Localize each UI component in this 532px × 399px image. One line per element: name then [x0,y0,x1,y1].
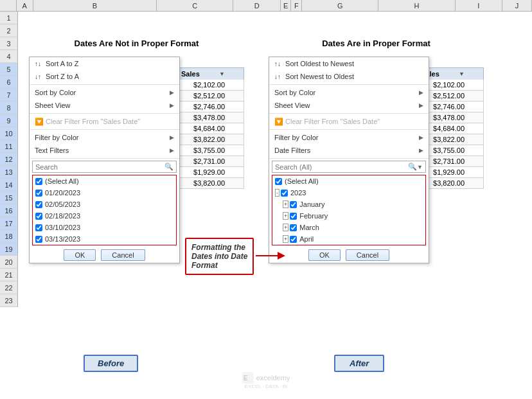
right-check-jan-box[interactable] [290,201,297,208]
right-checklist: (Select All) - 2023 + January + February… [272,175,426,245]
right-cancel-button[interactable]: Cancel [346,249,389,261]
watermark: E exceldemy EXCEL · DATA · BI [242,372,290,389]
right-search-box[interactable]: 🔍 ▼ [272,161,426,173]
check-select-all-box[interactable] [35,178,42,185]
right-ok-button[interactable]: OK [308,249,341,261]
check-date-4-box[interactable] [35,224,42,231]
right-sales-dropdown-arrow[interactable]: ▼ [459,71,465,77]
right-filter-color-label: Filter by Color [274,134,318,141]
left-dropdown-menu: ↑↓ Sort A to Z ↓↑ Sort Z to A Sort by Co… [29,57,180,263]
search-dropdown-icon: ▼ [417,164,423,170]
right-sort-color-arrow: ▶ [419,89,423,96]
right-menu-filter-color[interactable]: Filter by Color ▶ [269,131,429,144]
check-date-2-box[interactable] [35,201,42,208]
expand-mar-icon[interactable]: + [283,224,288,231]
left-menu-text-filters[interactable]: Text Filters ▶ [30,144,179,157]
right-check-apr-box[interactable] [290,236,297,243]
right-check-feb-box[interactable] [290,213,297,220]
row-7: 7 [0,89,18,102]
right-check-february[interactable]: + February [272,210,425,222]
row-18: 18 [0,230,18,243]
row-20: 20 [0,256,18,269]
left-search-box[interactable]: 🔍 [32,161,177,173]
filter-color-label: Filter by Color [35,134,78,141]
right-check-2023[interactable]: - 2023 [272,187,425,199]
sales-dropdown-arrow[interactable]: ▼ [219,71,225,77]
left-search-input[interactable] [35,163,164,171]
left-menu-sheet-view[interactable]: Sheet View ▶ [30,99,179,112]
right-check-select-all-box[interactable] [275,178,282,185]
left-search-icon: 🔍 [164,163,173,171]
filter-color-arrow: ▶ [170,134,174,141]
check-select-all[interactable]: (Select All) [33,175,176,187]
date-filters-label: Date Filters [274,146,310,154]
left-menu-sort-color[interactable]: Sort by Color ▶ [30,86,179,99]
check-date-5[interactable]: 03/13/2023 [33,233,176,245]
right-btn-row: OK Cancel [269,247,429,263]
left-ok-button[interactable]: OK [64,249,96,261]
right-check-may[interactable]: + May [272,245,425,245]
right-check-2023-box[interactable] [281,190,288,197]
right-check-mar-box[interactable] [290,224,297,231]
right-menu-divider-1 [269,84,429,85]
col-header-d: D [233,0,280,11]
col-header-g: G [302,0,378,11]
right-check-march[interactable]: + March [272,222,425,233]
sheet-view-label: Sheet View [35,102,70,109]
expand-feb-icon[interactable]: + [283,212,288,220]
left-menu-sort-az[interactable]: ↑↓ Sort A to Z [30,57,179,70]
check-date-6[interactable]: 03/20/2023 [33,245,176,245]
row-9: 9 [0,114,18,127]
check-date-4[interactable]: 03/10/2023 [33,222,176,233]
col-header-h: H [378,0,455,11]
right-menu-sheet-view[interactable]: Sheet View ▶ [269,99,429,112]
check-date-3-box[interactable] [35,213,42,220]
right-menu-sort-newest[interactable]: ↓↑ Sort Newest to Oldest [269,70,429,83]
row-numbers: 1 2 3 4 5 6 7 8 9 10 11 12 13 14 15 16 1… [0,12,18,307]
menu-divider-3 [30,129,179,130]
check-date-1-box[interactable] [35,190,42,197]
right-check-april[interactable]: + April [272,233,425,245]
right-menu-divider-4 [269,158,429,159]
left-cancel-button[interactable]: Cancel [101,249,145,261]
column-headers: A B C D E F G H I J [0,0,532,12]
right-menu-sort-oldest[interactable]: ↑↓ Sort Oldest to Newest [269,57,429,70]
before-label: Before [84,355,138,372]
expand-2023-icon[interactable]: - [275,189,279,197]
sort-az-icon: ↑↓ [35,60,41,67]
annotation-box: Formatting theDates into DateFormat [185,238,254,275]
check-date-1[interactable]: 01/20/2023 [33,187,176,199]
expand-jan-icon[interactable]: + [283,200,288,208]
exceldemy-logo: E [242,372,254,384]
right-menu-sort-color[interactable]: Sort by Color ▶ [269,86,429,99]
right-check-select-all[interactable]: (Select All) [272,175,425,187]
row-1: 1 [0,12,18,24]
check-date-3[interactable]: 02/18/2023 [33,210,176,222]
right-search-input[interactable] [275,163,408,171]
annotation-text: Formatting theDates into DateFormat [191,243,247,270]
row-15: 15 [0,191,18,204]
expand-apr-icon[interactable]: + [283,235,288,243]
row-13: 13 [0,166,18,179]
col-header-j: J [502,0,532,11]
row-19: 19 [0,243,18,256]
row-10: 10 [0,127,18,140]
left-menu-sort-za[interactable]: ↓↑ Sort Z to A [30,70,179,83]
right-menu-divider-2 [269,113,429,114]
menu-divider-1 [30,84,179,85]
right-menu-divider-3 [269,129,429,130]
right-menu-date-filters[interactable]: Date Filters ▶ [269,144,429,157]
clear-filter-icon: 🔽 [35,118,44,126]
col-header-a: A [17,0,33,11]
right-clear-filter-icon: 🔽 [274,118,283,126]
check-date-5-box[interactable] [35,236,42,243]
row-22: 22 [0,281,18,294]
row-2: 2 [0,24,18,37]
left-col-sales: Sales ▼ [177,68,229,80]
date-filters-arrow: ▶ [419,147,423,154]
check-date-2[interactable]: 02/05/2023 [33,199,176,210]
svg-text:E: E [244,375,248,382]
right-check-january[interactable]: + January [272,199,425,210]
left-menu-filter-color[interactable]: Filter by Color ▶ [30,131,179,144]
sort-oldest-icon: ↑↓ [274,60,281,67]
